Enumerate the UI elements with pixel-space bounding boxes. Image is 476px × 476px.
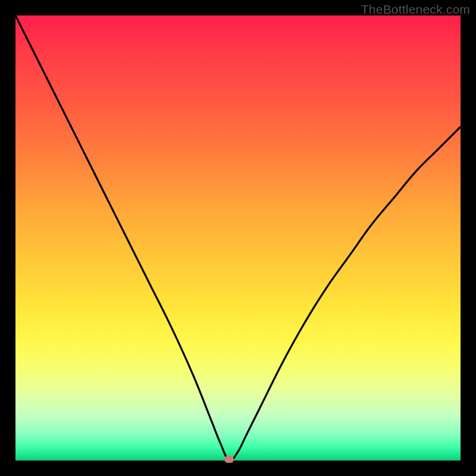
curve-path (15, 15, 461, 461)
curve-minimum-marker (224, 456, 234, 463)
plot-area (15, 15, 461, 461)
watermark-text: TheBottleneck.com (361, 2, 470, 17)
chart-frame: TheBottleneck.com (0, 0, 476, 476)
bottleneck-curve (15, 15, 461, 461)
